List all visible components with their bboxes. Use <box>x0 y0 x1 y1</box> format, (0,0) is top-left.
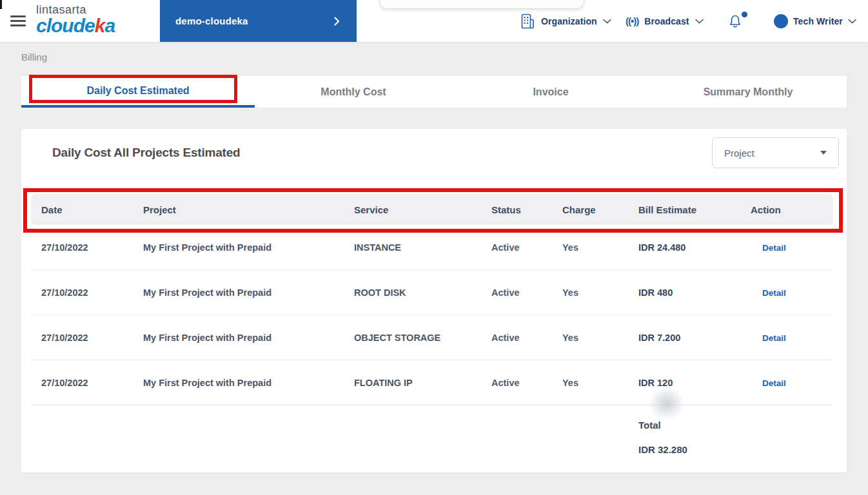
detail-link[interactable]: Detail <box>762 243 786 253</box>
cell-charge: Yes <box>552 287 628 298</box>
tab-invoice[interactable]: Invoice <box>452 76 649 108</box>
daily-cost-panel: Daily Cost All Projects Estimated Projec… <box>21 129 847 472</box>
cell-project: My First Project with Prepaid <box>133 287 344 298</box>
broadcast-label: Broadcast <box>644 16 689 26</box>
total-value: IDR 32.280 <box>638 444 833 455</box>
cell-project: My First Project with Prepaid <box>133 333 344 343</box>
tab-monthly-cost[interactable]: Monthly Cost <box>255 76 452 108</box>
daily-cost-table: Date Project Service Status Charge Bill … <box>31 194 833 455</box>
cell-bill-estimate: IDR 480 <box>628 287 740 298</box>
project-filter-value: Project <box>724 148 820 159</box>
workspace-switcher[interactable]: demo-cloudeka <box>160 0 357 42</box>
cell-bill-estimate: IDR 7.200 <box>628 333 740 343</box>
tab-daily-cost-estimated[interactable]: Daily Cost Estimated <box>21 76 255 108</box>
billing-tabs: Daily Cost Estimated Monthly Cost Invoic… <box>21 76 847 108</box>
chevron-down-icon <box>603 19 611 24</box>
cell-status: Active <box>481 242 552 253</box>
notification-badge <box>742 12 747 17</box>
cell-charge: Yes <box>552 378 628 388</box>
organization-label: Organization <box>541 16 597 26</box>
chevron-down-icon <box>695 19 704 24</box>
screen-corner-artifact <box>0 0 2 9</box>
notifications-button[interactable] <box>727 0 743 42</box>
column-header-date: Date <box>31 204 133 215</box>
brand-line2: cloudeka <box>36 16 115 35</box>
column-header-project: Project <box>133 204 344 215</box>
panel-title: Daily Cost All Projects Estimated <box>31 146 241 160</box>
table-total: Total IDR 32.280 <box>31 420 833 455</box>
chevron-right-icon <box>334 17 340 26</box>
avatar <box>774 14 788 28</box>
broadcast-menu[interactable]: ((•)) Broadcast <box>626 0 704 42</box>
organization-building-icon <box>520 13 535 30</box>
cell-charge: Yes <box>552 333 628 343</box>
breadcrumb: Billing <box>21 52 47 63</box>
column-header-action: Action <box>740 204 833 215</box>
cell-bill-estimate: IDR 120 <box>628 378 740 388</box>
cell-project: My First Project with Prepaid <box>133 378 344 388</box>
total-label: Total <box>638 420 833 431</box>
detail-link[interactable]: Detail <box>762 333 786 343</box>
column-header-bill-estimate: Bill Estimate <box>628 204 740 215</box>
brand-logo: lintasarta cloudeka <box>36 4 115 35</box>
chevron-down-icon <box>848 19 856 24</box>
table-row: 27/10/2022 My First Project with Prepaid… <box>31 315 833 360</box>
cell-date: 27/10/2022 <box>31 242 133 253</box>
brand-line1: lintasarta <box>36 4 115 15</box>
bell-icon <box>727 13 743 30</box>
detail-link[interactable]: Detail <box>762 378 786 388</box>
cell-service: OBJECT STORAGE <box>344 333 481 343</box>
cell-date: 27/10/2022 <box>31 378 133 388</box>
column-header-charge: Charge <box>552 204 628 215</box>
detail-link[interactable]: Detail <box>762 288 786 298</box>
column-header-status: Status <box>481 204 552 215</box>
user-menu[interactable]: Tech Writer <box>774 0 856 42</box>
cropped-tooltip-artifact <box>379 0 584 9</box>
cell-service: ROOT DISK <box>344 287 481 298</box>
table-row: 27/10/2022 My First Project with Prepaid… <box>31 225 833 270</box>
workspace-name: demo-cloudeka <box>175 15 334 26</box>
cell-status: Active <box>481 333 552 343</box>
table-header-row: Date Project Service Status Charge Bill … <box>31 194 833 225</box>
broadcast-icon: ((•)) <box>626 15 638 26</box>
cell-charge: Yes <box>552 242 628 253</box>
table-row: 27/10/2022 My First Project with Prepaid… <box>31 270 833 315</box>
cell-date: 27/10/2022 <box>31 333 133 343</box>
cell-service: FLOATING IP <box>344 378 481 388</box>
cell-status: Active <box>481 287 552 298</box>
project-filter-dropdown[interactable]: Project <box>712 137 839 168</box>
cell-bill-estimate: IDR 24.480 <box>628 242 740 253</box>
user-name: Tech Writer <box>793 16 843 26</box>
top-bar: lintasarta cloudeka demo-cloudeka Organi… <box>0 0 868 42</box>
hamburger-menu-icon[interactable] <box>10 15 26 27</box>
table-row: 27/10/2022 My First Project with Prepaid… <box>31 360 833 405</box>
cell-status: Active <box>481 378 552 388</box>
tab-summary-monthly[interactable]: Summary Monthly <box>649 76 847 108</box>
dropdown-caret-icon <box>820 151 827 155</box>
cell-project: My First Project with Prepaid <box>133 242 344 253</box>
column-header-service: Service <box>344 204 481 215</box>
cell-service: INSTANCE <box>344 242 481 253</box>
cell-date: 27/10/2022 <box>31 287 133 298</box>
